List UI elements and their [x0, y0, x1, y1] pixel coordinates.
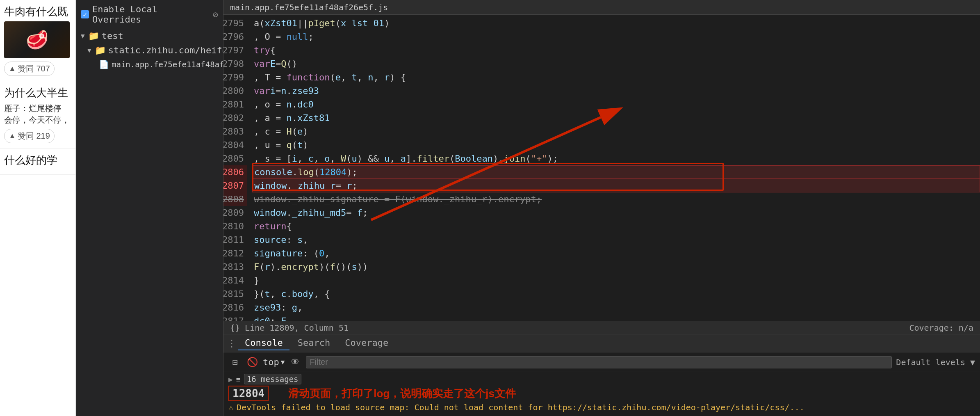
line-numbers: 12795 12796 12797 12798 12799 12800 1280… [223, 15, 252, 321]
tab-search[interactable]: Search [291, 336, 337, 350]
code-line-12796: , O = null; [252, 30, 980, 43]
ln-12803: 12803 [223, 125, 247, 138]
status-coverage: Coverage: n/a [909, 323, 973, 333]
code-line-12797: try { [252, 43, 980, 57]
code-line-12805: , s = [i, c, o, W(u) && u, a].filter(Boo… [252, 152, 980, 165]
folder-icon-test: 📁 [88, 31, 99, 41]
article-3-title: 什么好的学 [4, 153, 71, 167]
filter-input[interactable] [306, 356, 892, 368]
code-line-12795: a(xZst01 || pIget( x lst 01 ) [252, 16, 980, 30]
default-levels-btn[interactable]: Default levels ▼ [896, 357, 975, 367]
code-line-12800: var i = n.zse93 [252, 84, 980, 98]
article-2-title: 为什么大半生 [4, 86, 71, 100]
code-area[interactable]: 12795 12796 12797 12798 12799 12800 1280… [223, 15, 980, 321]
context-label: top [263, 357, 279, 367]
ln-12801: 12801 [223, 98, 247, 111]
sidebar-toggle-btn[interactable]: ⊟ [228, 356, 242, 369]
context-selector[interactable]: top ▼ [263, 357, 285, 367]
vote-btn-1[interactable]: ▲ 赞同 707 [4, 62, 55, 76]
enable-label: Enable Local Overrides [92, 4, 210, 25]
triangle-icon-domain: ▼ [87, 46, 91, 54]
tree-item-domain[interactable]: ▼ 📁 static.zhihu.com/heifetz [76, 43, 223, 57]
ln-12805: 12805 [223, 152, 247, 165]
code-line-12799: , T = function(e, t, n, r) { [252, 71, 980, 84]
file-path-label: main.app.fe75efe11af48af26e5f.js [230, 2, 388, 12]
clear-btn[interactable]: ⊘ [213, 9, 218, 20]
code-line-12807: window._zhihu_r = r; [252, 179, 980, 192]
tab-console[interactable]: Console [238, 336, 289, 350]
clear-console-btn[interactable]: 🚫 [246, 356, 259, 369]
code-line-12801: , o = n.dc0 [252, 98, 980, 111]
ln-12802: 12802 [223, 111, 247, 125]
vote-up-icon-1: ▲ [9, 64, 16, 73]
ln-12815: 12815 [223, 287, 247, 301]
override-header: ✓ Enable Local Overrides ⊘ [76, 0, 223, 29]
code-content: a(xZst01 || pIget( x lst 01 ) , O = null… [252, 15, 980, 321]
zhihu-content-panel: 牛肉有什么既 🥩 ▲ 赞同 707 为什么大半生 雁子：烂尾楼停会停，今天不停，… [0, 0, 76, 416]
tree-label-test: test [102, 31, 123, 41]
code-line-12815: }(t, c.body, { [252, 287, 980, 301]
warning-text: DevTools failed to load source map: Coul… [237, 402, 805, 412]
code-line-12816: zse93: g, [252, 301, 980, 314]
console-message-count: ▶ ≡ 16 messages [228, 374, 975, 384]
ln-12809: 12809 [223, 206, 247, 219]
code-line-12806: console.log(12804); [252, 165, 980, 179]
code-line-12814: } [252, 274, 980, 287]
code-line-12810: return { [252, 219, 980, 233]
ln-12810: 12810 [223, 219, 247, 233]
ln-12812: 12812 [223, 247, 247, 260]
context-dropdown-icon: ▼ [281, 358, 285, 366]
console-warning-sourcemap: ⚠ DevTools failed to load source map: Co… [228, 402, 975, 412]
article-1-title: 牛肉有什么既 [4, 5, 71, 19]
code-line-12813: F(r).encrypt)(f()(s)) [252, 260, 980, 274]
article-1-image: 🥩 [4, 21, 70, 58]
code-line-12812: signature: (0, [252, 247, 980, 260]
code-line-12803: , c = H(e) [252, 125, 980, 138]
tree-label-file: main.app.fe75efe11af48af26e5f.js [112, 60, 223, 69]
code-line-12802: , a = n.xZst81 [252, 111, 980, 125]
ln-12795: 12795 [223, 16, 247, 30]
status-bar: {} Line 12809, Column 51 Coverage: n/a [223, 321, 980, 334]
code-line-12808: window._zhihu_signature = F(window._zhih… [252, 192, 980, 206]
vote-count-2: 赞同 219 [18, 130, 50, 142]
vote-btn-2[interactable]: ▲ 赞同 219 [4, 129, 55, 143]
ln-12816: 12816 [223, 301, 247, 314]
code-line-12804: , u = q(t) [252, 138, 980, 152]
tree-item-test[interactable]: ▼ 📁 test [76, 29, 223, 43]
console-toolbar: ⊟ 🚫 top ▼ 👁 Default levels ▼ [223, 352, 980, 372]
enable-checkbox[interactable]: ✓ [81, 10, 89, 18]
tab-coverage[interactable]: Coverage [338, 336, 395, 350]
code-line-12798: var E = Q() [252, 57, 980, 71]
tree-item-file[interactable]: 📄 main.app.fe75efe11af48af26e5f.js [76, 57, 223, 71]
ln-12807: 12807 [223, 179, 247, 192]
article-1: 牛肉有什么既 🥩 ▲ 赞同 707 [0, 0, 75, 81]
ln-12799: 12799 [223, 71, 247, 84]
expand-icon[interactable]: ▶ [228, 375, 233, 384]
vote-up-icon-2: ▲ [9, 132, 16, 140]
code-line-12817: dc0: E, [252, 314, 980, 321]
code-panel: main.app.fe75efe11af48af26e5f.js 12795 1… [223, 0, 980, 334]
article-2: 为什么大半生 雁子：烂尾楼停会停，今天不停， ▲ 赞同 219 [0, 81, 75, 149]
ln-12796: 12796 [223, 30, 247, 43]
meat-image-icon: 🥩 [26, 29, 48, 50]
annotation-chinese-text: 滑动页面，打印了log，说明确实走了这个js文件 [288, 386, 516, 401]
list-icon: ≡ [236, 375, 241, 384]
eye-icon-btn[interactable]: 👁 [289, 356, 302, 369]
warning-icon: ⚠ [228, 402, 233, 412]
vote-count-1: 赞同 707 [18, 63, 50, 74]
console-content: ▶ ≡ 16 messages 12804 滑动页面，打印了log，说明确实走了… [223, 372, 980, 416]
ln-12813: 12813 [223, 260, 247, 274]
ln-12804: 12804 [223, 138, 247, 152]
folder-icon-domain: 📁 [95, 45, 106, 55]
code-line-12811: source: s, [252, 233, 980, 247]
bottom-panel: ⋮ Console Search Coverage ⊟ 🚫 top ▼ 👁 De… [223, 334, 980, 416]
top-bar: main.app.fe75efe11af48af26e5f.js [223, 0, 980, 15]
code-line-12809: window._zhihu_md5 = f; [252, 206, 980, 219]
console-log-12804: 12804 滑动页面，打印了log，说明确实走了这个js文件 [228, 386, 975, 401]
ln-12800: 12800 [223, 84, 247, 98]
tree-label-domain: static.zhihu.com/heifetz [108, 45, 223, 55]
file-tree-panel: ✓ Enable Local Overrides ⊘ ▼ 📁 test ▼ 📁 … [76, 0, 223, 416]
ln-12811: 12811 [223, 233, 247, 247]
ln-12797: 12797 [223, 43, 247, 57]
console-menu-icon[interactable]: ⋮ [227, 338, 237, 349]
